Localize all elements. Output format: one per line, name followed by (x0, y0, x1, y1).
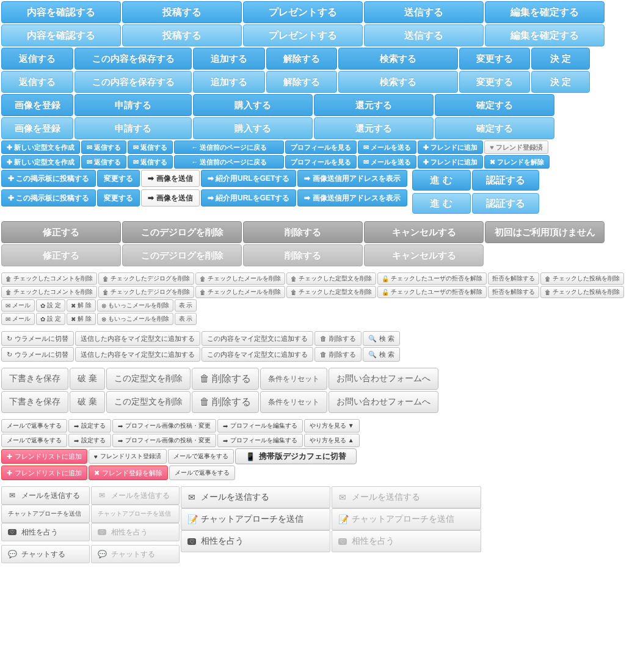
purchase-button[interactable]: 購入する (193, 117, 313, 139)
reply-by-mail[interactable]: メールで返事をする (169, 466, 235, 480)
edit-profile[interactable]: ➡プロフィールを編集する (217, 419, 303, 433)
save-content-button[interactable]: この内容を保存する (74, 71, 192, 93)
release-button[interactable]: ✖解 除 (67, 313, 96, 325)
release-reject[interactable]: 拒否を解除する (488, 286, 539, 298)
cancel-button[interactable]: キャンセルする (364, 244, 484, 266)
apply-button[interactable]: 申請する (74, 117, 192, 139)
reply-by-mail[interactable]: メールで返事をする (1, 419, 67, 433)
add-this-to-template[interactable]: この内容をマイ定型文に追加する (202, 331, 313, 346)
release-reject[interactable]: 拒否を解除する (488, 272, 539, 285)
delete-button[interactable]: 🗑削除する (192, 368, 259, 390)
fortune[interactable]: ♡相性を占う (1, 523, 90, 541)
mail-button[interactable]: ✉メール (1, 313, 35, 325)
fix-button[interactable]: 修正する (1, 244, 121, 266)
save-draft[interactable]: 下書きを保存 (1, 391, 68, 413)
new-template-button[interactable]: ✚ 新しい定型文を作成 (1, 155, 80, 169)
add-friend-button[interactable]: ✚ フレンドに追加 (418, 155, 483, 169)
reply-by-mail[interactable]: メールで返事をする (1, 434, 67, 447)
show-button[interactable]: 表 示 (175, 313, 197, 325)
release-button[interactable]: 解除する (266, 48, 337, 70)
switch-mobile[interactable]: 📱携帯版デジカフェに切替 (235, 448, 357, 464)
post-to-board-button[interactable]: ✚ この掲示板に投稿する (1, 189, 96, 206)
change-button[interactable]: 変更する (97, 189, 140, 206)
delete-digilog-button[interactable]: このデジログを削除 (122, 244, 242, 266)
delete-button[interactable]: 削除する (243, 244, 363, 266)
delete-this-template[interactable]: この定型文を削除 (106, 368, 191, 390)
to-settings[interactable]: ➡設定する (68, 419, 111, 433)
delete-checked-post[interactable]: 🗑チェックした投稿を削除 (540, 286, 624, 298)
fix-button[interactable]: 修正する (1, 221, 121, 243)
add-sent-to-template[interactable]: 送信した内容をマイ定型文に追加する (75, 331, 200, 346)
post-button[interactable]: 投稿する (122, 1, 242, 23)
add-button[interactable]: 追加する (193, 71, 265, 93)
profile-image-edit[interactable]: ➡プロフィール画像の投稿・変更 (112, 419, 216, 433)
change-button[interactable]: 変更する (459, 48, 530, 70)
contact-form-button[interactable]: お問い合わせフォームへ (329, 391, 438, 413)
get-url-button[interactable]: ➡ 紹介用URLをGETする (201, 170, 297, 187)
send-mail[interactable]: ✉メールを送信する (1, 486, 90, 505)
decide-button[interactable]: 決 定 (531, 71, 590, 93)
delete-checked-digilog[interactable]: 🗑チェックしたデジログを削除 (98, 272, 194, 285)
change-button[interactable]: 変更する (459, 71, 530, 93)
send-mail-button[interactable]: ✉ メールを送る (358, 141, 416, 154)
send-mail-button[interactable]: ✉ メールを送る (358, 155, 416, 169)
release-button[interactable]: ✖解 除 (67, 299, 96, 312)
save-content-button[interactable]: この内容を保存する (74, 48, 192, 70)
delete-another-mail[interactable]: ⊗もいっこメールを削除 (97, 313, 173, 325)
delete-checked-digilog[interactable]: 🗑チェックしたデジログを削除 (98, 286, 194, 298)
to-settings[interactable]: ➡設定する (68, 434, 111, 447)
mail-button[interactable]: ✉メール (1, 299, 35, 312)
show-button[interactable]: 表 示 (175, 299, 197, 312)
send-chat-approach[interactable]: チャットアプローチを送信 (1, 505, 90, 523)
change-button[interactable]: 変更する (97, 170, 140, 187)
reply-button[interactable]: ✉ 返信する (128, 155, 173, 169)
post-to-board-button[interactable]: ✚ この掲示板に投稿する (1, 170, 96, 187)
add-this-to-template[interactable]: この内容をマイ定型文に追加する (202, 347, 313, 362)
reply-button[interactable]: ✉ 返信する (81, 155, 126, 169)
reset-conditions[interactable]: 条件をリセット (260, 391, 327, 413)
confirm-button[interactable]: 内容を確認する (1, 24, 121, 46)
view-profile-button[interactable]: プロフィールを見る (285, 155, 357, 169)
proceed-button[interactable]: 進 む (412, 193, 471, 214)
add-button[interactable]: 追加する (193, 48, 265, 70)
send-chat-approach[interactable]: 📝チャットアプローチを送信 (181, 508, 330, 530)
decide-button[interactable]: 決 定 (531, 48, 590, 70)
delete-checked-template[interactable]: 🗑チェックした定型文を削除 (286, 272, 376, 285)
new-template-button[interactable]: ✚ 新しい定型文を作成 (1, 141, 80, 154)
send-button[interactable]: 送信する (364, 1, 484, 23)
search-button[interactable]: 🔍検 索 (363, 347, 400, 362)
settings-button[interactable]: ✿設 定 (36, 299, 65, 312)
search-button[interactable]: 検索する (338, 48, 458, 70)
remove-friend-button[interactable]: ✖ フレンドを解除 (484, 155, 550, 169)
commit-edit-button[interactable]: 編集を確定する (485, 1, 605, 23)
back-before-send-button[interactable]: ← 送信前のページに戻る (174, 155, 284, 169)
add-friendlist[interactable]: ✚フレンドリストに追加 (1, 466, 87, 480)
auth-button[interactable]: 認証する (472, 170, 539, 191)
restore-button[interactable]: 還元する (314, 94, 434, 116)
reply-button[interactable]: 返信する (1, 48, 73, 70)
delete-button[interactable]: 🗑削除する (314, 331, 361, 346)
delete-button[interactable]: 🗑削除する (314, 347, 361, 362)
reset-conditions[interactable]: 条件をリセット (260, 368, 327, 390)
delete-checked-mail[interactable]: 🗑チェックしたメールを削除 (195, 286, 285, 298)
auth-button[interactable]: 認証する (472, 193, 539, 214)
delete-this-template[interactable]: この定型文を削除 (106, 391, 191, 413)
add-friend-button[interactable]: ✚ フレンドに追加 (418, 141, 483, 154)
search-button[interactable]: 🔍検 索 (363, 331, 400, 346)
restore-button[interactable]: 還元する (314, 117, 434, 139)
switch-to-uramail[interactable]: ↻ウラメールに切替 (1, 347, 74, 362)
delete-checked-post[interactable]: 🗑チェックした投稿を削除 (540, 272, 624, 285)
contact-form-button[interactable]: お問い合わせフォームへ (329, 368, 438, 390)
delete-button[interactable]: 🗑削除する (192, 391, 259, 413)
delete-checked-comments[interactable]: 🗑チェックしたコメントを削除 (1, 272, 97, 285)
remove-friend[interactable]: ✖フレンド登録を解除 (89, 466, 168, 480)
reply-by-mail[interactable]: メールで返事をする (168, 449, 234, 464)
present-button[interactable]: プレゼントする (243, 1, 363, 23)
settings-button[interactable]: ✿設 定 (36, 313, 65, 325)
post-button[interactable]: 投稿する (122, 24, 242, 46)
back-before-send-button[interactable]: ← 送信前のページに戻る (174, 141, 284, 154)
reply-button[interactable]: ✉ 返信する (128, 141, 173, 154)
discard[interactable]: 破 棄 (70, 391, 105, 413)
delete-digilog-button[interactable]: このデジログを削除 (122, 221, 242, 243)
profile-image-edit[interactable]: ➡プロフィール画像の投稿・変更 (112, 434, 216, 447)
